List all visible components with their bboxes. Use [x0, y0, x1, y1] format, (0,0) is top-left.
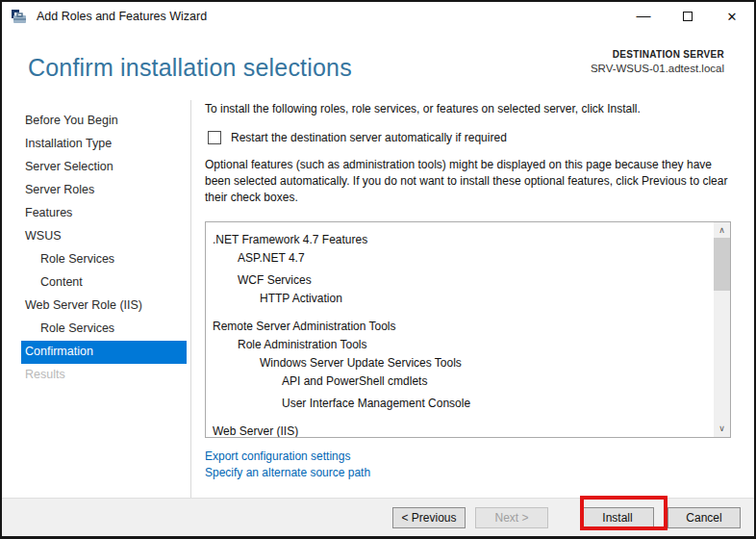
window-title: Add Roles and Features Wizard [37, 10, 207, 23]
restart-checkbox-row[interactable]: Restart the destination server automatic… [205, 131, 738, 144]
tree-item: Remote Server Administration Tools [213, 318, 730, 336]
install-instruction-text: To install the following roles, role ser… [205, 102, 738, 116]
close-button[interactable]: ✕ [710, 2, 754, 31]
tree-item: Role Administration Tools [213, 336, 730, 354]
scroll-up-icon[interactable]: ∧ [714, 222, 730, 239]
add-roles-features-wizard-window: Add Roles and Features Wizard — ✕ Confir… [0, 0, 756, 539]
install-button[interactable]: Install [581, 507, 654, 528]
nav-server-roles[interactable]: Server Roles [21, 179, 187, 202]
page-title: Confirm installation selections [28, 54, 352, 82]
tree-item: Windows Server Update Services Tools [213, 354, 730, 372]
nav-iis-role-services[interactable]: Role Services [21, 318, 187, 341]
destination-server-name: SRV-WSUS-01.adtest.local [591, 63, 724, 74]
nav-confirmation[interactable]: Confirmation [21, 341, 187, 364]
tree-item: User Interface Management Console [213, 395, 730, 413]
title-bar: Add Roles and Features Wizard — ✕ [2, 2, 754, 31]
restart-checkbox-label: Restart the destination server automatic… [231, 131, 507, 144]
nav-wsus-role-services[interactable]: Role Services [21, 248, 187, 271]
tree-item: .NET Framework 4.7 Features [213, 231, 730, 249]
maximize-button[interactable] [666, 2, 710, 31]
optional-features-note: Optional features (such as administratio… [205, 157, 732, 206]
selected-items-listbox[interactable]: .NET Framework 4.7 Features ASP.NET 4.7 … [205, 221, 731, 438]
nav-wsus[interactable]: WSUS [21, 225, 187, 248]
tree-item: HTTP Activation [213, 290, 730, 308]
sidebar-divider [190, 100, 191, 500]
nav-installation-type[interactable]: Installation Type [21, 133, 187, 156]
wizard-app-icon [12, 10, 28, 24]
restart-checkbox[interactable] [208, 131, 221, 144]
wizard-buttons: < Previous Next > Install Cancel [392, 507, 741, 528]
window-controls: — ✕ [621, 2, 754, 31]
scrollbar-thumb[interactable] [714, 238, 730, 291]
wizard-header: Confirm installation selections DESTINAT… [2, 40, 754, 96]
wizard-step-nav: Before You Begin Installation Type Serve… [21, 110, 187, 387]
wizard-footer: < Previous Next > Install Cancel [2, 498, 754, 536]
nav-wsus-content[interactable]: Content [21, 271, 187, 295]
export-configuration-link[interactable]: Export configuration settings [205, 449, 370, 465]
confirmation-pane: To install the following roles, role ser… [205, 102, 738, 218]
destination-server-block: DESTINATION SERVER SRV-WSUS-01.adtest.lo… [591, 49, 724, 74]
nav-server-selection[interactable]: Server Selection [21, 156, 187, 179]
alternate-source-path-link[interactable]: Specify an alternate source path [205, 465, 370, 481]
listbox-scrollbar[interactable]: ∧ ∨ [714, 222, 730, 437]
footer-links: Export configuration settings Specify an… [205, 449, 370, 481]
tree-item: API and PowerShell cmdlets [213, 372, 730, 391]
tree-item: WCF Services [213, 271, 730, 290]
previous-button[interactable]: < Previous [392, 507, 466, 528]
tree-item: Web Server (IIS) [213, 423, 730, 438]
nav-results: Results [21, 364, 187, 387]
tree-item: ASP.NET 4.7 [213, 249, 730, 268]
destination-server-label: DESTINATION SERVER [591, 49, 724, 60]
scroll-down-icon[interactable]: ∨ [714, 421, 730, 437]
next-button: Next > [475, 507, 548, 528]
cancel-button[interactable]: Cancel [668, 507, 741, 528]
minimize-button[interactable]: — [621, 2, 666, 31]
selection-tree: .NET Framework 4.7 Features ASP.NET 4.7 … [206, 222, 730, 438]
nav-features[interactable]: Features [21, 202, 187, 225]
nav-web-server-role-iis[interactable]: Web Server Role (IIS) [21, 295, 187, 318]
nav-before-you-begin[interactable]: Before You Begin [21, 110, 187, 133]
